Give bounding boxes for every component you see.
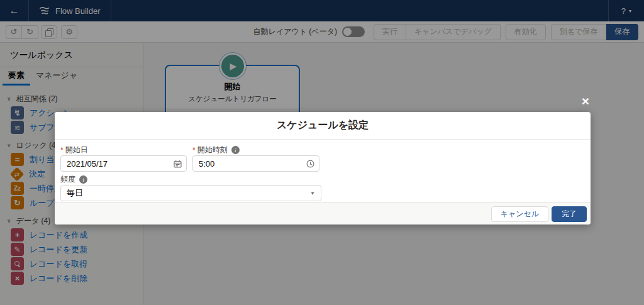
cancel-button[interactable]: キャンセル (491, 206, 548, 222)
modal-body: * 開始日 (55, 140, 591, 201)
flow-builder-window: ← Flow Builder ? ▾ ↺ ↻ ⚙ 自動レイアウト (ベータ) 実… (0, 0, 644, 305)
calendar-icon[interactable] (174, 160, 182, 168)
required-asterisk: * (60, 146, 64, 155)
start-date-label: * 開始日 (60, 145, 187, 155)
frequency-label: 頻度 i (60, 174, 584, 185)
start-date-field: * 開始日 (60, 145, 187, 172)
modal-title: スケジュールを設定 (55, 112, 591, 140)
chevron-down-icon: ▼ (310, 191, 315, 196)
frequency-select[interactable]: 毎日 ▼ (60, 185, 321, 201)
info-icon[interactable]: i (231, 146, 240, 154)
start-time-label: * 開始時刻 i (192, 145, 319, 155)
clock-icon[interactable] (306, 160, 314, 168)
close-icon[interactable]: × (582, 94, 589, 108)
start-time-field: * 開始時刻 i (192, 145, 319, 172)
set-schedule-modal: × スケジュールを設定 * 開始日 (55, 112, 591, 225)
info-icon[interactable]: i (79, 175, 87, 184)
modal-footer: キャンセル 完了 (55, 202, 591, 225)
required-asterisk: * (192, 146, 196, 155)
frequency-value: 毎日 (67, 187, 83, 199)
done-button[interactable]: 完了 (552, 206, 587, 222)
start-time-input[interactable] (192, 155, 319, 172)
start-date-input[interactable] (60, 155, 187, 172)
